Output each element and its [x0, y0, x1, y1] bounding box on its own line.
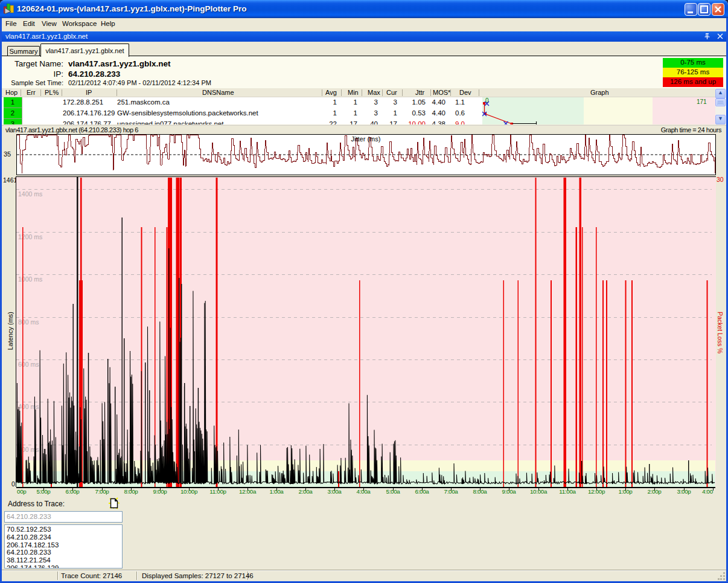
svg-text:Jitter (ms): Jitter (ms): [351, 135, 381, 143]
svg-text:171: 171: [697, 98, 707, 105]
